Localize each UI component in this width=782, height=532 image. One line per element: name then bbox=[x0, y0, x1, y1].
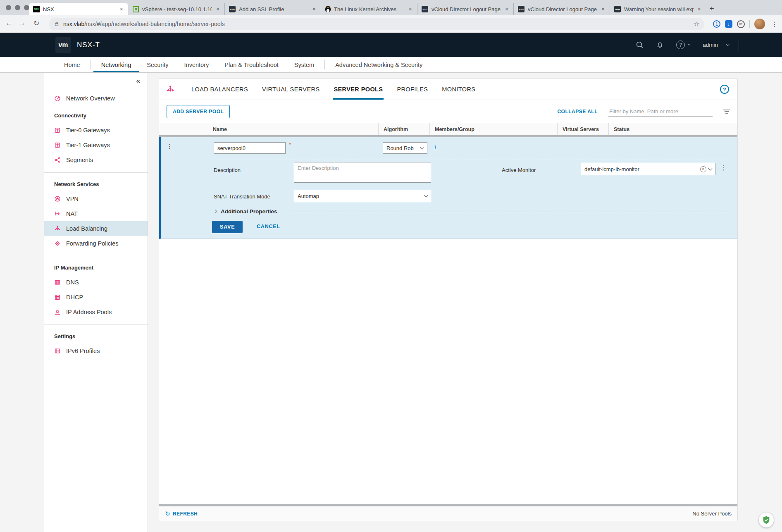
browser-tab-vcloud-2[interactable]: vm vCloud Director Logout Page × bbox=[513, 3, 610, 15]
security-shield-badge[interactable] bbox=[759, 513, 774, 527]
bookmark-star-icon[interactable]: ☆ bbox=[694, 20, 699, 28]
extension-download-icon[interactable]: ↓ bbox=[725, 20, 732, 28]
sidebar-item-label: Tier-1 Gateways bbox=[66, 142, 110, 148]
load-balancer-icon bbox=[166, 85, 175, 94]
tab-monitors[interactable]: MONITORS bbox=[441, 79, 476, 100]
page-help-icon[interactable]: ? bbox=[720, 85, 729, 94]
sidebar-item-dns[interactable]: DNS bbox=[44, 275, 148, 290]
sidebar-item-nat[interactable]: NAT bbox=[44, 206, 148, 221]
column-header-status[interactable]: Status bbox=[608, 123, 737, 135]
tab-close-icon[interactable]: × bbox=[215, 6, 220, 12]
nav-item-advanced-networking[interactable]: Advanced Networking & Security bbox=[327, 57, 430, 72]
nav-item-inventory[interactable]: Inventory bbox=[176, 57, 217, 72]
extension-area: 1 ↓ IP ⋮ bbox=[713, 18, 780, 30]
nav-item-networking[interactable]: Networking bbox=[93, 57, 139, 72]
nav-item-plan-troubleshoot[interactable]: Plan & Troubleshoot bbox=[217, 57, 286, 72]
browser-menu-icon[interactable]: ⋮ bbox=[770, 20, 780, 28]
tab-server-pools[interactable]: SERVER POOLS bbox=[333, 79, 384, 100]
forward-icon[interactable]: → bbox=[17, 19, 27, 27]
column-header-members-group[interactable]: Members/Group bbox=[429, 123, 557, 135]
sidebar-item-vpn[interactable]: VPN bbox=[44, 191, 148, 206]
tab-close-icon[interactable]: × bbox=[119, 6, 124, 12]
sidebar-item-label: DNS bbox=[66, 279, 79, 286]
sidebar-item-label: IP Address Pools bbox=[66, 309, 112, 315]
sidebar-item-forwarding-policies[interactable]: Forwarding Policies bbox=[44, 236, 148, 251]
tab-close-icon[interactable]: × bbox=[601, 6, 606, 12]
dhcp-icon bbox=[54, 294, 61, 301]
add-server-pool-button[interactable]: ADD SERVER POOL bbox=[167, 105, 230, 118]
tab-title: Warning Your session will expire bbox=[624, 6, 694, 12]
filter-input[interactable] bbox=[609, 108, 712, 115]
sidebar-item-segments[interactable]: Segments bbox=[44, 153, 148, 167]
save-button[interactable]: SAVE bbox=[212, 221, 243, 233]
tab-profiles[interactable]: PROFILES bbox=[396, 79, 429, 100]
algorithm-select[interactable]: Round Rob bbox=[383, 142, 427, 154]
collapse-all-button[interactable]: COLLAPSE ALL bbox=[557, 109, 598, 115]
vm-favicon: vm bbox=[422, 6, 428, 12]
browser-tab-ssl-profile[interactable]: vm Add an SSL Profile × bbox=[224, 3, 321, 15]
snat-translation-mode-select[interactable]: Automap bbox=[294, 190, 431, 202]
pool-name-input[interactable] bbox=[214, 142, 286, 154]
tab-close-icon[interactable]: × bbox=[312, 6, 317, 12]
description-textarea[interactable] bbox=[294, 162, 431, 183]
sidebar-item-dhcp[interactable]: DHCP bbox=[44, 290, 148, 305]
sidebar-item-tier0-gateways[interactable]: Tier-0 Gateways bbox=[44, 123, 148, 138]
tab-virtual-servers[interactable]: VIRTUAL SERVERS bbox=[261, 79, 321, 100]
tab-close-icon[interactable]: × bbox=[504, 6, 509, 12]
tab-close-icon[interactable]: × bbox=[408, 6, 413, 12]
additional-properties-expander[interactable]: Additional Properties bbox=[214, 208, 277, 215]
notifications-bell-icon[interactable] bbox=[656, 41, 664, 49]
window-close-button[interactable] bbox=[6, 5, 11, 10]
url-domain: nsx.vlab bbox=[63, 21, 84, 27]
browser-tab-session-warning[interactable]: vm Warning Your session will expire × bbox=[610, 3, 706, 15]
nav-item-system[interactable]: System bbox=[286, 57, 322, 72]
members-count-link[interactable]: 1 bbox=[434, 144, 437, 150]
help-menu[interactable]: ? bbox=[676, 41, 690, 49]
sidebar-item-tier1-gateways[interactable]: Tier-1 Gateways bbox=[44, 138, 148, 153]
tab-load-balancers[interactable]: LOAD BALANCERS bbox=[191, 79, 249, 100]
collapse-sidebar-icon[interactable]: « bbox=[136, 77, 140, 85]
tab-close-icon[interactable]: × bbox=[697, 6, 702, 12]
refresh-label: REFRESH bbox=[173, 511, 198, 517]
filter-icon[interactable] bbox=[723, 110, 730, 114]
sidebar-item-load-balancing[interactable]: Load Balancing bbox=[44, 221, 148, 236]
active-monitor-combobox[interactable]: default-icmp-lb-monitor ✕ bbox=[581, 163, 715, 175]
address-bar[interactable]: nsx.vlab/nsx/#/app/networks/load-balanci… bbox=[49, 18, 704, 30]
column-header-virtual-servers[interactable]: Virtual Servers bbox=[557, 123, 608, 135]
cancel-button[interactable]: CANCEL bbox=[257, 224, 280, 229]
back-icon[interactable]: ← bbox=[4, 19, 14, 27]
window-controls[interactable] bbox=[6, 5, 29, 10]
reload-icon[interactable]: ↻ bbox=[31, 19, 41, 28]
profile-avatar[interactable] bbox=[754, 19, 765, 29]
extension-ip-icon[interactable]: IP bbox=[737, 20, 745, 28]
server-pool-edit-row: ⋮ * Round Rob 1 Description Active Monit… bbox=[159, 137, 737, 239]
nav-item-security[interactable]: Security bbox=[139, 57, 176, 72]
snat-translation-mode-label: SNAT Translation Mode bbox=[214, 193, 270, 200]
extension-1password-icon[interactable]: 1 bbox=[713, 20, 720, 28]
window-minimize-button[interactable] bbox=[15, 5, 20, 10]
sidebar-item-ip-address-pools[interactable]: IP Address Pools bbox=[44, 305, 148, 320]
active-monitor-menu-icon[interactable]: ⋮ bbox=[720, 165, 727, 171]
empty-state-text: No Server Pools bbox=[692, 511, 732, 517]
sidebar-section-connectivity: Connectivity bbox=[44, 106, 148, 123]
search-icon[interactable] bbox=[636, 41, 644, 49]
tier-gateway-icon bbox=[54, 127, 61, 134]
help-icon[interactable]: ? bbox=[676, 41, 685, 49]
browser-tab-kernel-archives[interactable]: The Linux Kernel Archives × bbox=[321, 3, 417, 15]
user-menu[interactable]: admin bbox=[703, 42, 729, 48]
column-header-name[interactable]: Name bbox=[208, 123, 378, 135]
tab-title: vCloud Director Logout Page bbox=[432, 6, 501, 12]
tab-title: The Linux Kernel Archives bbox=[334, 6, 405, 12]
clear-selection-icon[interactable]: ✕ bbox=[700, 166, 706, 172]
browser-tab-vcloud-1[interactable]: vm vCloud Director Logout Page × bbox=[417, 3, 513, 15]
column-header-algorithm[interactable]: Algorithm bbox=[378, 123, 429, 135]
sidebar-item-network-overview[interactable]: Network Overview bbox=[44, 91, 148, 106]
nav-item-home[interactable]: Home bbox=[56, 57, 88, 72]
refresh-button[interactable]: ↻ REFRESH bbox=[165, 510, 198, 518]
row-menu-icon[interactable]: ⋮ bbox=[167, 143, 173, 149]
forwarding-policies-icon bbox=[54, 240, 61, 247]
browser-tab-nsx[interactable]: NSX NSX × bbox=[29, 3, 128, 15]
sidebar-item-ipv6-profiles[interactable]: IPv6 Profiles bbox=[44, 344, 148, 358]
browser-tab-vsphere[interactable]: vSphere - test-seg-10.10.1.100 - × bbox=[128, 3, 224, 15]
new-tab-button[interactable]: + bbox=[706, 3, 718, 14]
